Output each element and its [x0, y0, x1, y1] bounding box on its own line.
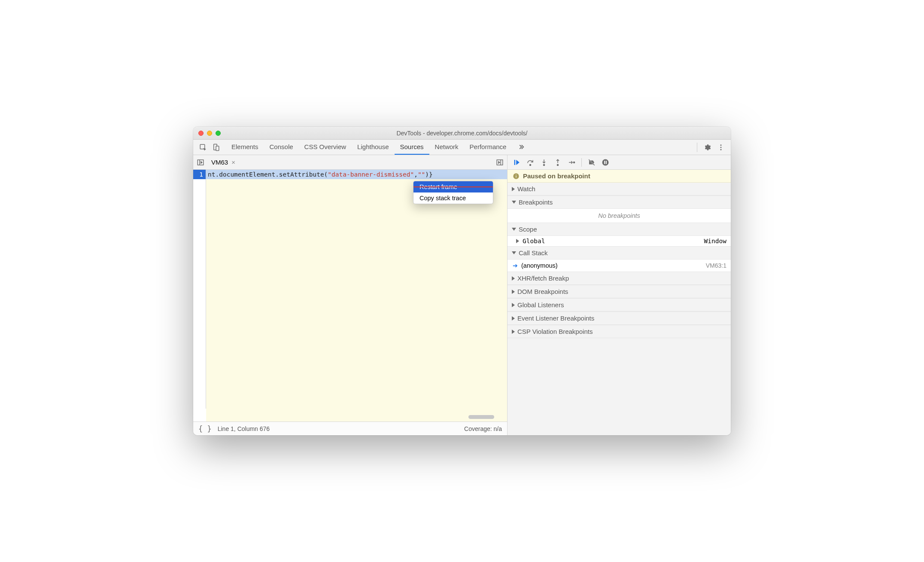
step-into-icon[interactable] [540, 159, 548, 166]
resume-icon[interactable] [513, 159, 520, 166]
show-debugger-icon[interactable] [496, 159, 504, 166]
section-watch[interactable]: Watch [508, 183, 731, 195]
window-titlebar: DevTools - developer.chrome.com/docs/dev… [193, 127, 731, 140]
device-toolbar-icon[interactable] [212, 144, 220, 151]
strikethrough-annotation [413, 186, 493, 187]
source-file-name: VM63 [211, 159, 228, 166]
tab-elements[interactable]: Elements [226, 140, 264, 155]
svg-point-10 [544, 164, 545, 165]
context-menu: Restart frame Copy stack trace [413, 181, 493, 204]
svg-point-5 [720, 149, 722, 150]
tab-console[interactable]: Console [264, 140, 299, 155]
section-call-stack[interactable]: Call Stack [508, 246, 731, 260]
triangle-down-icon [512, 251, 516, 254]
source-file-tab[interactable]: VM63 × [209, 155, 238, 169]
section-global-listeners[interactable]: Global Listeners [508, 298, 731, 312]
section-event-listener-breakpoints[interactable]: Event Listener Breakpoints [508, 312, 731, 325]
tab-lighthouse[interactable]: Lighthouse [352, 140, 394, 155]
step-icon[interactable] [568, 159, 575, 166]
tab-performance[interactable]: Performance [464, 140, 512, 155]
svg-point-12 [574, 162, 575, 163]
chevrons-right-icon [517, 143, 525, 151]
context-menu-restart-frame[interactable]: Restart frame [413, 181, 493, 192]
triangle-down-icon [512, 228, 516, 231]
debugger-pane: Paused on breakpoint Watch Breakpoints N… [508, 155, 731, 435]
inspect-element-icon[interactable] [199, 144, 207, 151]
section-breakpoints[interactable]: Breakpoints [508, 195, 731, 209]
editor-status-bar: { } Line 1, Column 676 Coverage: n/a [193, 422, 507, 435]
pause-on-exceptions-icon[interactable] [602, 159, 609, 166]
line-number[interactable]: 1 [193, 170, 206, 179]
scope-global-row[interactable]: Global Window [508, 236, 731, 246]
tab-network[interactable]: Network [429, 140, 464, 155]
triangle-down-icon [512, 201, 516, 204]
svg-rect-14 [606, 161, 607, 164]
close-window-button[interactable] [198, 131, 204, 136]
devtools-window: DevTools - developer.chrome.com/docs/dev… [193, 127, 731, 435]
paused-banner: Paused on breakpoint [508, 170, 731, 183]
call-stack-frame[interactable]: ➔ (anonymous) VM63:1 [508, 260, 731, 272]
tab-sources[interactable]: Sources [395, 140, 429, 155]
settings-gear-icon[interactable] [703, 144, 711, 151]
tabs-overflow-button[interactable] [512, 140, 531, 155]
section-dom-breakpoints[interactable]: DOM Breakpoints [508, 285, 731, 298]
svg-rect-17 [516, 174, 516, 175]
svg-point-11 [557, 164, 559, 165]
svg-rect-2 [216, 146, 219, 151]
close-tab-icon[interactable]: × [231, 159, 235, 166]
pretty-print-icon[interactable]: { } [198, 425, 212, 433]
window-title: DevTools - developer.chrome.com/docs/dev… [193, 130, 731, 137]
triangle-right-icon [512, 290, 515, 294]
svg-point-3 [720, 144, 722, 146]
svg-rect-8 [514, 160, 515, 165]
triangle-right-icon [512, 276, 515, 281]
triangle-right-icon [512, 187, 515, 191]
no-breakpoints-message: No breakpoints [508, 209, 731, 223]
svg-rect-13 [604, 161, 605, 164]
minimize-window-button[interactable] [207, 131, 212, 136]
svg-point-9 [530, 164, 531, 165]
code-editor[interactable]: 1 nt.documentElement.setAttribute("data-… [193, 170, 507, 422]
svg-rect-16 [516, 175, 516, 177]
svg-point-4 [720, 147, 722, 148]
step-out-icon[interactable] [554, 159, 562, 166]
debugger-toolbar [508, 155, 731, 170]
cursor-position: Line 1, Column 676 [218, 425, 270, 432]
stack-frame-location: VM63:1 [706, 262, 726, 269]
window-controls [193, 131, 221, 136]
show-navigator-icon[interactable] [197, 159, 204, 166]
source-tab-bar: VM63 × [193, 155, 507, 170]
context-menu-copy-stack-trace[interactable]: Copy stack trace [413, 192, 493, 204]
triangle-right-icon [512, 303, 515, 307]
horizontal-scrollbar[interactable] [468, 415, 494, 419]
current-frame-arrow-icon: ➔ [513, 262, 518, 269]
deactivate-breakpoints-icon[interactable] [588, 159, 596, 166]
zoom-window-button[interactable] [216, 131, 221, 136]
coverage-status: Coverage: n/a [464, 425, 502, 432]
step-over-icon[interactable] [526, 159, 534, 166]
paused-message: Paused on breakpoint [523, 172, 590, 180]
kebab-menu-icon[interactable] [717, 144, 725, 151]
triangle-right-icon [512, 316, 515, 321]
section-xhr-breakpoints[interactable]: XHR/fetch Breakp [508, 272, 731, 285]
triangle-right-icon [512, 330, 515, 334]
triangle-right-icon [516, 239, 519, 243]
code-line[interactable]: nt.documentElement.setAttribute("data-ba… [206, 170, 507, 179]
main-tab-bar: Elements Console CSS Overview Lighthouse… [193, 140, 731, 155]
section-csp-breakpoints[interactable]: CSP Violation Breakpoints [508, 325, 731, 338]
section-scope[interactable]: Scope [508, 223, 731, 236]
tab-css-overview[interactable]: CSS Overview [299, 140, 352, 155]
info-icon [513, 173, 520, 180]
